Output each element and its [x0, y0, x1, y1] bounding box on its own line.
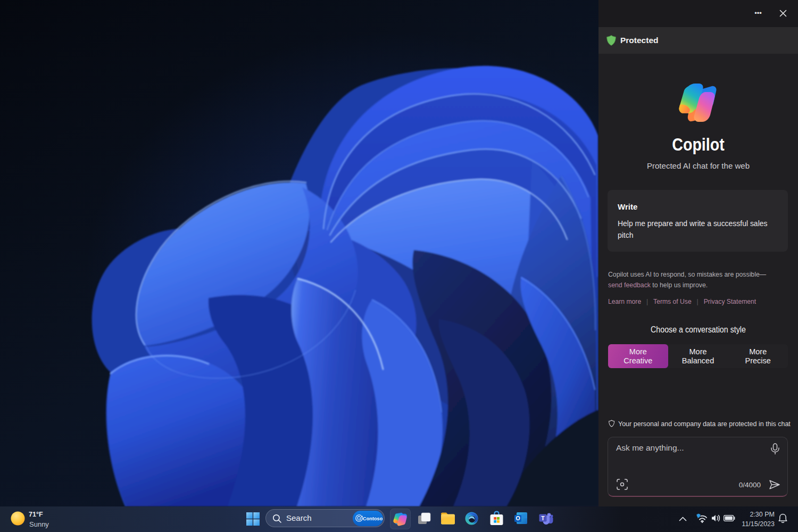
svg-text:O: O: [516, 515, 520, 521]
svg-text:T: T: [541, 515, 545, 521]
